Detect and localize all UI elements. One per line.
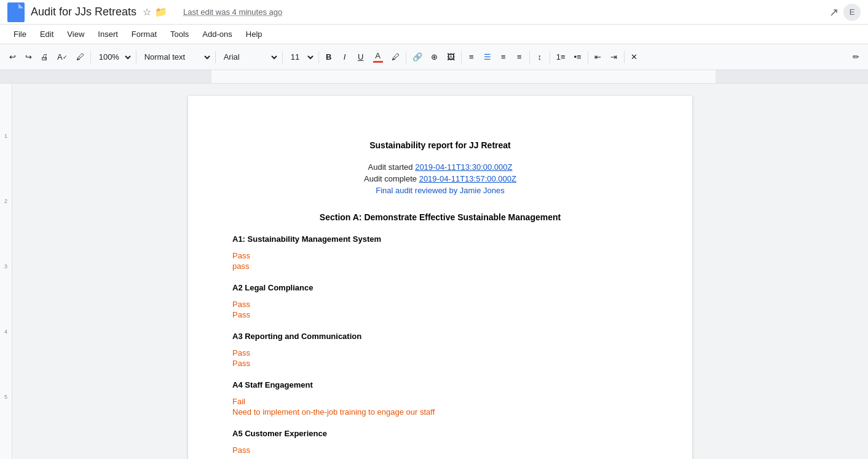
a5-status-1: Pass xyxy=(232,445,648,455)
menu-edit[interactable]: Edit xyxy=(34,27,60,41)
style-select[interactable]: Normal text Heading 1 Heading 2 Title xyxy=(139,49,213,66)
subsection-a3: A3 Reporting and Communication Pass Pass xyxy=(232,332,648,368)
trending-icon: ↗ xyxy=(829,6,838,19)
toolbar: ↩ ↪ 🖨 A✓ 🖊 100% 75% 50% 125% Normal text… xyxy=(0,44,868,70)
text-color-indicator: A xyxy=(373,51,383,63)
bold-button[interactable]: B xyxy=(322,49,336,66)
font-size-select[interactable]: 11 10 12 14 18 xyxy=(285,49,316,66)
bulleted-list-button[interactable]: •≡ xyxy=(570,49,585,66)
section-a-heading: Section A: Demonstrate Effective Sustain… xyxy=(232,212,648,222)
menu-file[interactable]: File xyxy=(7,27,33,41)
subsection-a5: A5 Customer Experience Pass xyxy=(232,429,648,455)
menu-help[interactable]: Help xyxy=(240,27,269,41)
doc-title: Audit for JJs Retreats xyxy=(31,6,136,18)
sep5 xyxy=(318,51,319,63)
doc-title-text: Sustainability report for JJ Retreat xyxy=(232,140,648,150)
sep1 xyxy=(90,51,91,63)
sep6 xyxy=(406,51,406,63)
a4-note: Need to implement on-the-job training to… xyxy=(232,407,648,417)
italic-button[interactable]: I xyxy=(337,49,352,66)
top-right-icons: ↗ E xyxy=(829,4,861,21)
undo-button[interactable]: ↩ xyxy=(5,49,20,66)
star-icon[interactable]: ☆ xyxy=(143,6,151,18)
sep11 xyxy=(624,51,625,63)
numbered-list-button[interactable]: 1≡ xyxy=(553,49,569,66)
align-left-button[interactable]: ≡ xyxy=(464,49,479,66)
highlight-indicator: 🖊 xyxy=(392,52,400,62)
sep4 xyxy=(282,51,283,63)
subsection-a4: A4 Staff Engagement Fail Need to impleme… xyxy=(232,380,648,417)
folder-icon[interactable]: 📁 xyxy=(155,6,167,18)
menu-view[interactable]: View xyxy=(61,27,90,41)
audit-started-date: 2019-04-11T13:30:00.000Z xyxy=(415,162,512,172)
edit-mode-button[interactable]: ✏ xyxy=(848,49,863,66)
highlight-button[interactable]: 🖊 xyxy=(388,49,403,66)
insert-image-button[interactable]: 🖼 xyxy=(443,49,459,66)
audit-started-line: Audit started 2019-04-11T13:30:00.000Z xyxy=(232,162,648,172)
a3-status-1: Pass xyxy=(232,348,648,357)
sep8 xyxy=(529,51,530,63)
decrease-indent-button[interactable]: ⇤ xyxy=(591,49,606,66)
align-justify-button[interactable]: ≡ xyxy=(512,49,527,66)
line-spacing-button[interactable]: ↕ xyxy=(532,49,547,66)
a4-heading: A4 Staff Engagement xyxy=(232,380,648,389)
a3-status-2: Pass xyxy=(232,359,648,368)
a1-heading: A1: Sustainability Management System xyxy=(232,234,648,244)
paintformat-button[interactable]: 🖊 xyxy=(73,49,88,66)
a2-status-1: Pass xyxy=(232,300,648,309)
subsection-a2: A2 Legal Compliance Pass Pass xyxy=(232,283,648,319)
print-button[interactable]: 🖨 xyxy=(37,49,52,66)
underline-button[interactable]: U xyxy=(353,49,368,66)
title-actions: ☆ 📁 xyxy=(143,6,167,18)
sep9 xyxy=(550,51,550,63)
a1-status-1: Pass xyxy=(232,251,648,260)
audit-complete-prefix: Audit complete xyxy=(364,174,419,183)
align-right-button[interactable]: ≡ xyxy=(496,49,511,66)
sep2 xyxy=(136,51,136,63)
reviewed-by: Final audit reviewed by Jamie Jones xyxy=(232,186,648,195)
page: Sustainability report for JJ Retreat Aud… xyxy=(188,96,692,459)
menu-format[interactable]: Format xyxy=(125,27,163,41)
doc-icon xyxy=(7,2,25,22)
a4-status-1: Fail xyxy=(232,397,648,406)
a5-heading: A5 Customer Experience xyxy=(232,429,648,438)
audit-started-prefix: Audit started xyxy=(368,162,416,172)
zoom-select[interactable]: 100% 75% 50% 125% xyxy=(93,49,133,66)
ruler xyxy=(0,70,868,84)
clear-formatting-button[interactable]: ✕ xyxy=(627,49,642,66)
sep10 xyxy=(588,51,588,63)
a1-status-2: pass xyxy=(232,261,648,271)
increase-indent-button[interactable]: ⇥ xyxy=(607,49,621,66)
menu-bar: File Edit View Insert Format Tools Add-o… xyxy=(0,25,868,44)
menu-insert[interactable]: Insert xyxy=(92,27,124,41)
insert-special-button[interactable]: ⊕ xyxy=(427,49,442,66)
font-select[interactable]: Arial Times New Roman Courier New xyxy=(218,49,280,66)
redo-button[interactable]: ↪ xyxy=(21,49,36,66)
last-edit[interactable]: Last edit was 4 minutes ago xyxy=(183,7,282,17)
sep7 xyxy=(461,51,462,63)
doc-area: 1 2 3 4 5 Sustainability report for JJ R… xyxy=(0,84,868,459)
audit-complete-date: 2019-04-11T13:57:00.000Z xyxy=(419,174,516,183)
sep3 xyxy=(215,51,216,63)
link-button[interactable]: 🔗 xyxy=(409,49,426,66)
ruler-content xyxy=(0,70,868,83)
menu-addons[interactable]: Add-ons xyxy=(196,27,238,41)
menu-tools[interactable]: Tools xyxy=(164,27,195,41)
a3-heading: A3 Reporting and Communication xyxy=(232,332,648,341)
left-ruler: 1 2 3 4 5 xyxy=(0,84,12,459)
a2-status-2: Pass xyxy=(232,310,648,319)
text-color-button[interactable]: A xyxy=(369,49,387,66)
audit-complete-line: Audit complete 2019-04-11T13:57:00.000Z xyxy=(232,174,648,183)
title-bar: Audit for JJs Retreats ☆ 📁 Last edit was… xyxy=(0,0,868,25)
align-center-button[interactable]: ☰ xyxy=(480,49,495,66)
spellcheck-button[interactable]: A✓ xyxy=(53,49,71,66)
a2-heading: A2 Legal Compliance xyxy=(232,283,648,292)
subsection-a1: A1: Sustainability Management System Pas… xyxy=(232,234,648,271)
avatar[interactable]: E xyxy=(843,4,861,21)
